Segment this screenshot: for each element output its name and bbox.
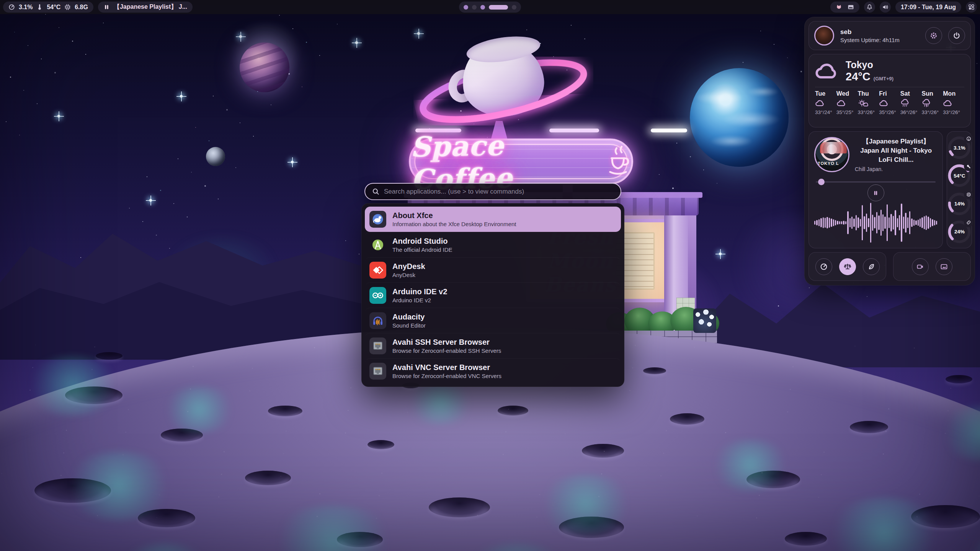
clock-pill[interactable]: 17:09 - Tue, 19 Aug — [895, 2, 961, 13]
app-description: Browse for Zeroconf-enabled SSH Servers — [392, 347, 501, 354]
moon-speck — [128, 409, 129, 410]
app-name: About Xfce — [392, 211, 516, 220]
visualizer-bar — [841, 221, 842, 224]
power-button[interactable] — [948, 27, 965, 44]
moon-speck — [945, 433, 946, 434]
now-playing-pill[interactable]: 【Japanese Playlist】 J... — [98, 2, 193, 13]
moon-speck — [29, 390, 31, 391]
forecast-day: Fri 35°/26° — [879, 90, 900, 115]
star — [19, 135, 20, 135]
moon-speck — [187, 411, 188, 412]
moon-speck — [849, 391, 850, 392]
profile-balanced-button[interactable] — [839, 258, 856, 275]
moon-speck — [570, 388, 571, 389]
visualizer-bar — [915, 220, 916, 225]
cat-icon[interactable] — [836, 4, 842, 10]
app-grid-button[interactable] — [966, 2, 977, 13]
moon-speck — [190, 388, 191, 390]
app-row-audacity[interactable]: Audacity Sound Editor — [365, 308, 621, 333]
star — [72, 41, 73, 42]
star — [302, 86, 302, 87]
cup-ring-front — [413, 57, 593, 126]
app-name: Avahi VNC Server Browser — [392, 363, 501, 372]
star — [209, 140, 209, 141]
bright-star — [180, 95, 183, 98]
user-card: seb System Uptime: 4h11m — [808, 21, 971, 50]
search-input[interactable] — [384, 188, 614, 196]
visualizer-bar — [911, 218, 912, 227]
app-description: AnyDesk — [392, 272, 425, 278]
moon-speck — [787, 411, 788, 412]
star — [345, 240, 346, 241]
bell-icon — [866, 4, 873, 10]
star — [703, 170, 704, 170]
forecast-temps: 35°/25° — [836, 109, 858, 115]
play-pause-button[interactable] — [867, 184, 884, 201]
moon-speck — [477, 515, 478, 516]
app-row-anydesk[interactable]: AnyDesk AnyDesk — [365, 257, 621, 282]
visualizer-bar — [843, 221, 844, 225]
cpu-usage: 3.1% — [19, 4, 33, 11]
moon-speck — [663, 453, 664, 454]
profile-performance-button[interactable] — [815, 258, 832, 275]
moon-speck — [823, 452, 825, 453]
avatar — [814, 26, 834, 46]
forecast-temps: 36°/26° — [900, 109, 922, 115]
moon-speck — [221, 474, 222, 475]
forecast-temps: 33°/24° — [815, 109, 836, 115]
star — [6, 121, 7, 122]
anydesk-icon — [369, 262, 386, 279]
forecast-temps: 33°/26° — [858, 109, 879, 115]
star — [760, 31, 761, 31]
moon-speck — [443, 452, 444, 453]
workspace-dot-occupied[interactable] — [480, 5, 485, 10]
screenshot-button[interactable] — [936, 258, 952, 275]
visualizer-bar — [864, 216, 865, 229]
system-stats-pill[interactable]: 3.1% 54°C 6.8G — [3, 2, 93, 13]
app-description: The official Android IDE — [392, 246, 452, 253]
workspace-dot-active[interactable] — [489, 5, 508, 10]
screen-record-button[interactable] — [912, 258, 929, 275]
workspace-dot-occupied[interactable] — [464, 5, 468, 10]
forecast-day-label: Mon — [943, 90, 964, 97]
cloud-icon — [836, 99, 847, 108]
moon-speck — [503, 454, 504, 455]
app-row-about-xfce[interactable]: About Xfce Information about the Xfce De… — [365, 207, 621, 232]
app-row-avahi-vnc[interactable]: Avahi VNC Server Browser Browse for Zero… — [365, 358, 621, 383]
star — [195, 127, 196, 128]
capture-group — [893, 252, 971, 281]
launcher-search[interactable] — [364, 183, 621, 200]
volume-button[interactable] — [880, 2, 891, 13]
moon-speck — [249, 390, 250, 391]
moon-speck — [950, 388, 951, 389]
visualizer-bar — [878, 215, 879, 230]
app-row-arduino[interactable]: Arduino IDE v2 Arduino IDE v2 — [365, 282, 621, 308]
visualizer-bar — [921, 217, 923, 228]
visualizer-bar — [814, 221, 815, 225]
seek-bar[interactable] — [816, 178, 936, 182]
moon-speck — [32, 367, 33, 368]
star — [787, 57, 788, 58]
profile-power-saver-button[interactable] — [863, 258, 880, 275]
forecast-day-label: Fri — [879, 90, 900, 97]
scales-icon — [844, 263, 851, 271]
star — [977, 63, 977, 64]
visualizer-bar — [893, 216, 894, 230]
workspace-dot-empty[interactable] — [512, 5, 516, 10]
notifications-button[interactable] — [864, 2, 875, 13]
cloud-icon — [815, 62, 840, 80]
settings-button[interactable] — [925, 27, 942, 44]
app-name: AnyDesk — [392, 262, 425, 271]
star — [28, 45, 28, 46]
workspace-dot-empty[interactable] — [472, 5, 477, 10]
app-row-android-studio[interactable]: Android Studio The official Android IDE — [365, 232, 621, 257]
app-row-avahi-ssh[interactable]: Avahi SSH Server Browser Browse for Zero… — [365, 333, 621, 358]
visualizer-bar — [845, 221, 846, 224]
floating-space-cup — [413, 34, 593, 134]
visualizer-bar — [876, 212, 877, 233]
glow-patch — [61, 452, 176, 520]
username: seb — [840, 28, 919, 36]
moon-speck — [1, 473, 2, 474]
wallpaper-icon[interactable] — [848, 4, 854, 10]
clock: 17:09 - Tue, 19 Aug — [901, 4, 956, 11]
